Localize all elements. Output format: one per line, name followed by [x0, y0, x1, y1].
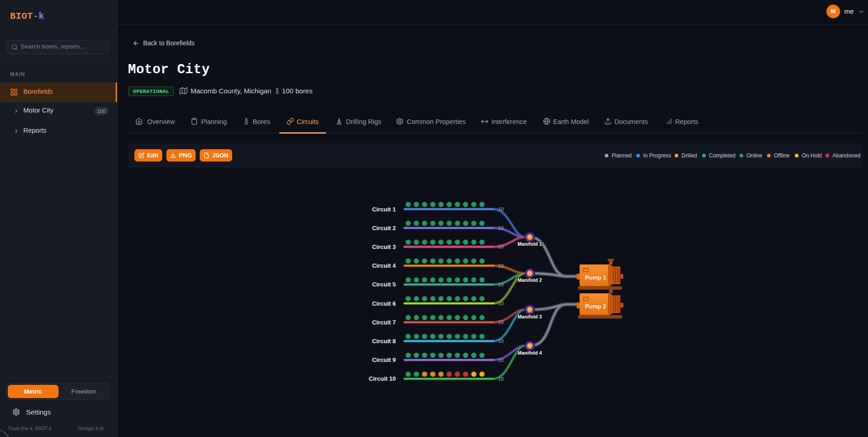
svg-text:Pump 2: Pump 2	[585, 303, 606, 310]
svg-text:10: 10	[498, 301, 504, 306]
svg-text:Circuit 4: Circuit 4	[372, 262, 396, 269]
svg-text:10: 10	[498, 319, 504, 325]
svg-text:10: 10	[498, 357, 504, 363]
svg-text:10: 10	[498, 263, 504, 269]
svg-text:Manifold 2: Manifold 2	[518, 277, 542, 283]
svg-text:Circuit 1: Circuit 1	[372, 206, 396, 213]
svg-text:Circuit 5: Circuit 5	[372, 281, 396, 288]
svg-text:Circuit 8: Circuit 8	[372, 338, 396, 345]
svg-text:Circuit 2: Circuit 2	[372, 225, 396, 232]
svg-text:Circuit 3: Circuit 3	[372, 243, 396, 250]
svg-text:Pump 1: Pump 1	[585, 274, 606, 281]
svg-text:Manifold 3: Manifold 3	[518, 314, 542, 319]
svg-text:Circuit 6: Circuit 6	[372, 300, 396, 307]
svg-text:10: 10	[498, 282, 504, 287]
svg-text:10: 10	[498, 338, 504, 344]
svg-text:10: 10	[498, 206, 504, 212]
svg-text:Circuit 7: Circuit 7	[372, 319, 396, 326]
svg-text:Manifold 1: Manifold 1	[518, 241, 542, 247]
svg-text:10: 10	[498, 225, 504, 231]
svg-text:10: 10	[498, 244, 504, 249]
svg-text:Circuit 9: Circuit 9	[372, 356, 396, 363]
svg-text:Circuit 10: Circuit 10	[369, 375, 396, 382]
svg-text:10: 10	[498, 376, 504, 382]
svg-text:Manifold 4: Manifold 4	[518, 350, 542, 356]
